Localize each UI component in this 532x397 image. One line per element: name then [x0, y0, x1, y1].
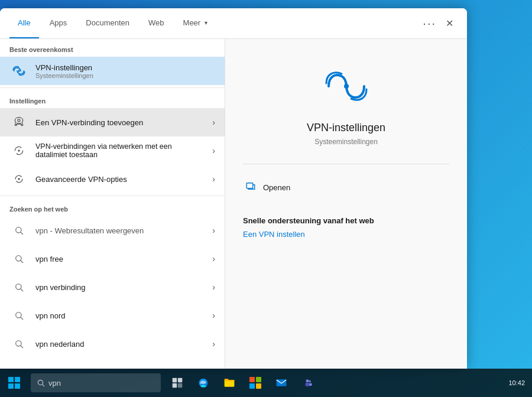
result-advanced-vpn-text: Geavanceerde VPN-opties	[35, 175, 205, 184]
task-view-button[interactable]	[166, 371, 189, 395]
tab-apps[interactable]: Apps	[41, 8, 76, 38]
result-vpn-web-text: vpn - Webresultaten weergeven	[35, 226, 205, 235]
start-button[interactable]	[0, 369, 28, 397]
svg-rect-38	[256, 383, 261, 389]
tab-meer[interactable]: Meer ▾	[175, 8, 216, 38]
result-vpn-super[interactable]: vpn super ›	[0, 358, 225, 369]
svg-line-13	[21, 346, 23, 348]
svg-line-5	[21, 232, 23, 235]
settings-icon-2	[9, 141, 28, 160]
svg-rect-23	[246, 183, 253, 188]
arrow-icon-1: ›	[212, 118, 215, 127]
detail-divider	[243, 164, 449, 164]
arrow-icon-3: ›	[212, 174, 215, 184]
taskbar-right: 10:42	[508, 379, 532, 386]
result-add-vpn[interactable]: Een VPN-verbinding toevoegen ›	[0, 108, 225, 136]
mail-button[interactable]	[270, 371, 293, 395]
result-vpn-verbinding[interactable]: vpn verbinding ›	[0, 273, 225, 301]
store-button[interactable]	[244, 371, 267, 395]
svg-rect-37	[249, 383, 255, 389]
svg-line-11	[21, 317, 23, 320]
result-vpn-text: VPN-instellingen Systeeminstellingen	[35, 63, 215, 79]
detail-panel: VPN-instellingen Systeeminstellingen Ope…	[225, 39, 467, 369]
result-vpn-nederland[interactable]: vpn nederland ›	[0, 330, 225, 358]
svg-rect-25	[15, 377, 20, 382]
divider-1	[0, 87, 225, 88]
taskbar-time: 10:42	[508, 379, 525, 386]
result-advanced-vpn[interactable]: Geavanceerde VPN-opties ›	[0, 165, 225, 193]
taskbar-search[interactable]: vpn	[31, 373, 161, 392]
svg-point-22	[344, 84, 349, 89]
taskbar-search-icon	[37, 379, 45, 387]
detail-subtitle: Systeeminstellingen	[314, 138, 378, 146]
result-vpn-free-text: vpn free	[35, 255, 205, 263]
web-support-section: Snelle ondersteuning vanaf het web Een V…	[243, 216, 449, 239]
svg-line-29	[43, 385, 44, 386]
result-vpn-nord[interactable]: vpn nord ›	[0, 301, 225, 330]
web-support-link[interactable]: Een VPN instellen	[243, 230, 449, 239]
arrow-icon-4: ›	[212, 226, 215, 235]
result-vpn-web[interactable]: vpn - Webresultaten weergeven ›	[0, 216, 225, 245]
detail-vpn-icon	[323, 63, 370, 110]
teams-button[interactable]	[296, 371, 319, 395]
svg-rect-24	[8, 377, 14, 382]
detail-open-action[interactable]: Openen	[243, 176, 449, 198]
section-best-match-header: Beste overeenkomst	[0, 39, 225, 57]
svg-point-2	[18, 149, 20, 151]
taskbar-icons	[166, 371, 319, 395]
result-vpn-free[interactable]: vpn free ›	[0, 245, 225, 273]
search-icon-3	[9, 278, 28, 297]
edge-icon	[197, 376, 210, 389]
result-vpn-nord-text: vpn nord	[35, 311, 205, 320]
mail-icon	[275, 377, 287, 389]
detail-title: VPN-instellingen	[307, 122, 385, 134]
svg-point-0	[18, 70, 20, 72]
web-support-title: Snelle ondersteuning vanaf het web	[243, 216, 449, 225]
settings-icon-1	[9, 113, 28, 132]
taskbar: vpn	[0, 369, 532, 397]
arrow-icon-2: ›	[212, 146, 215, 155]
section-settings-header: Instellingen	[0, 90, 225, 108]
tab-all[interactable]: Alle	[9, 8, 39, 38]
search-icon-5	[9, 334, 28, 353]
svg-point-3	[18, 178, 20, 180]
svg-rect-35	[249, 377, 255, 382]
result-vpn-nederland-text: vpn nederland	[35, 340, 205, 349]
svg-rect-30	[173, 378, 177, 383]
chevron-down-icon: ▾	[205, 19, 207, 26]
search-tabs: Alle Apps Documenten Web Meer ▾ ··· ✕	[0, 8, 467, 39]
search-icon-1	[9, 221, 28, 240]
close-button[interactable]: ✕	[441, 15, 458, 32]
more-options-icon[interactable]: ···	[423, 17, 436, 30]
arrow-icon-5: ›	[212, 254, 215, 263]
arrow-icon-7: ›	[212, 311, 215, 320]
task-view-icon	[171, 377, 183, 389]
svg-rect-26	[8, 383, 14, 389]
section-web-header: Zoeken op het web	[0, 198, 225, 216]
store-icon	[249, 377, 261, 389]
open-icon	[245, 181, 256, 194]
tab-web[interactable]: Web	[140, 8, 173, 38]
search-icon-6	[9, 363, 28, 369]
result-vpn-settings[interactable]: VPN-instellingen Systeeminstellingen	[0, 57, 225, 85]
explorer-button[interactable]	[218, 371, 241, 395]
edge-button[interactable]	[192, 371, 215, 395]
desktop: Alle Apps Documenten Web Meer ▾ ··· ✕	[0, 0, 532, 397]
search-popup: Alle Apps Documenten Web Meer ▾ ··· ✕	[0, 8, 467, 369]
result-vpn-verbinding-text: vpn verbinding	[35, 283, 205, 292]
arrow-icon-6: ›	[212, 282, 215, 292]
results-panel: Beste overeenkomst V	[0, 39, 225, 369]
svg-line-9	[21, 289, 23, 291]
tab-documenten[interactable]: Documenten	[77, 8, 138, 38]
open-label: Openen	[263, 183, 290, 192]
taskbar-search-text: vpn	[48, 379, 61, 388]
svg-rect-36	[256, 377, 261, 382]
explorer-icon	[223, 377, 235, 389]
search-icon-2	[9, 249, 28, 268]
search-content: Beste overeenkomst V	[0, 39, 467, 369]
divider-2	[0, 196, 225, 196]
result-vpn-via-networks[interactable]: VPN-verbindingen via netwerken met een d…	[0, 136, 225, 165]
svg-rect-33	[178, 383, 183, 388]
svg-rect-32	[173, 383, 177, 388]
arrow-icon-8: ›	[212, 339, 215, 349]
